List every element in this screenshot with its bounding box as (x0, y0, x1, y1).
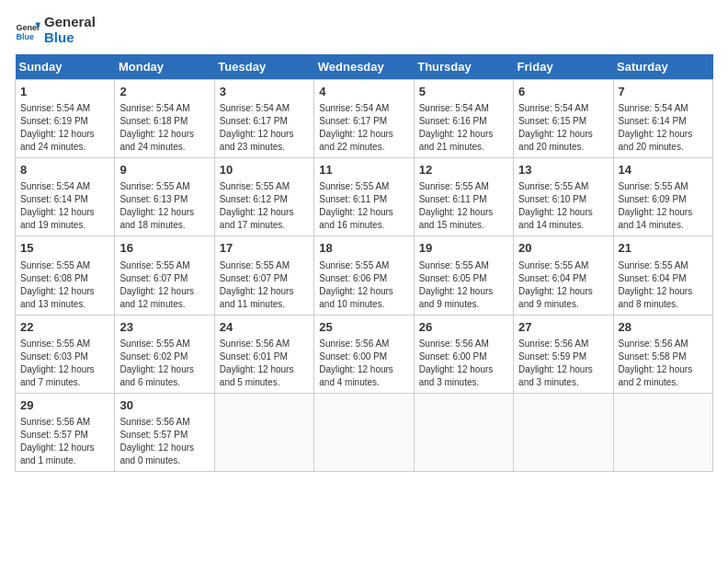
day-number: 23 (119, 319, 209, 336)
calendar-cell (414, 393, 513, 471)
calendar-cell: 11Sunrise: 5:55 AM Sunset: 6:11 PM Dayli… (314, 158, 414, 236)
calendar-cell: 15Sunrise: 5:55 AM Sunset: 6:08 PM Dayli… (16, 236, 115, 315)
day-info: Sunrise: 5:54 AM Sunset: 6:17 PM Dayligh… (220, 102, 309, 154)
day-number: 30 (119, 397, 209, 414)
day-info: Sunrise: 5:55 AM Sunset: 6:03 PM Dayligh… (20, 338, 109, 389)
calendar-cell (514, 393, 613, 471)
day-info: Sunrise: 5:54 AM Sunset: 6:15 PM Dayligh… (518, 102, 608, 154)
weekday-header-friday: Friday (514, 54, 613, 80)
page-header: General Blue General Blue (15, 15, 713, 45)
day-info: Sunrise: 5:55 AM Sunset: 6:04 PM Dayligh… (619, 259, 708, 311)
day-info: Sunrise: 5:54 AM Sunset: 6:18 PM Dayligh… (119, 102, 209, 154)
day-number: 22 (20, 319, 109, 336)
weekday-header-monday: Monday (115, 54, 214, 80)
day-number: 14 (619, 162, 708, 178)
calendar-cell: 21Sunrise: 5:55 AM Sunset: 6:04 PM Dayli… (613, 236, 712, 315)
calendar-cell: 17Sunrise: 5:55 AM Sunset: 6:07 PM Dayli… (214, 236, 313, 315)
svg-text:Blue: Blue (16, 31, 34, 40)
day-info: Sunrise: 5:54 AM Sunset: 6:17 PM Dayligh… (319, 102, 408, 154)
calendar-cell (314, 393, 414, 471)
day-number: 19 (419, 240, 508, 257)
day-number: 4 (319, 84, 408, 100)
calendar-cell: 6Sunrise: 5:54 AM Sunset: 6:15 PM Daylig… (514, 80, 613, 158)
day-info: Sunrise: 5:55 AM Sunset: 6:11 PM Dayligh… (419, 180, 508, 232)
weekday-header-sunday: Sunday (16, 54, 115, 80)
calendar-cell: 4Sunrise: 5:54 AM Sunset: 6:17 PM Daylig… (314, 80, 414, 158)
day-info: Sunrise: 5:55 AM Sunset: 6:09 PM Dayligh… (619, 180, 708, 232)
calendar-cell: 27Sunrise: 5:56 AM Sunset: 5:59 PM Dayli… (514, 315, 613, 393)
day-number: 29 (20, 397, 109, 414)
calendar-week-2: 8Sunrise: 5:54 AM Sunset: 6:14 PM Daylig… (16, 158, 713, 236)
weekday-header-thursday: Thursday (414, 54, 513, 80)
calendar-week-1: 1Sunrise: 5:54 AM Sunset: 6:19 PM Daylig… (16, 80, 713, 158)
day-info: Sunrise: 5:54 AM Sunset: 6:16 PM Dayligh… (419, 102, 508, 154)
day-info: Sunrise: 5:55 AM Sunset: 6:06 PM Dayligh… (319, 259, 408, 311)
calendar-cell: 10Sunrise: 5:55 AM Sunset: 6:12 PM Dayli… (214, 158, 313, 236)
calendar-cell: 9Sunrise: 5:55 AM Sunset: 6:13 PM Daylig… (115, 158, 214, 236)
day-number: 27 (518, 319, 608, 336)
calendar-cell: 3Sunrise: 5:54 AM Sunset: 6:17 PM Daylig… (214, 80, 313, 158)
day-number: 16 (119, 240, 209, 257)
day-info: Sunrise: 5:56 AM Sunset: 5:57 PM Dayligh… (20, 416, 109, 467)
day-number: 1 (20, 84, 109, 100)
day-info: Sunrise: 5:56 AM Sunset: 5:57 PM Dayligh… (119, 416, 209, 467)
logo-blue: Blue (44, 29, 74, 45)
day-number: 13 (518, 162, 608, 178)
calendar-cell: 13Sunrise: 5:55 AM Sunset: 6:10 PM Dayli… (514, 158, 613, 236)
day-info: Sunrise: 5:56 AM Sunset: 6:00 PM Dayligh… (419, 338, 508, 389)
day-number: 11 (319, 162, 408, 178)
calendar-cell: 29Sunrise: 5:56 AM Sunset: 5:57 PM Dayli… (16, 393, 115, 471)
calendar-cell: 22Sunrise: 5:55 AM Sunset: 6:03 PM Dayli… (16, 315, 115, 393)
day-number: 17 (220, 240, 309, 257)
day-info: Sunrise: 5:56 AM Sunset: 6:00 PM Dayligh… (319, 338, 408, 389)
day-info: Sunrise: 5:55 AM Sunset: 6:05 PM Dayligh… (419, 259, 508, 311)
day-info: Sunrise: 5:55 AM Sunset: 6:10 PM Dayligh… (518, 180, 608, 232)
day-info: Sunrise: 5:55 AM Sunset: 6:08 PM Dayligh… (20, 259, 109, 311)
calendar-cell: 12Sunrise: 5:55 AM Sunset: 6:11 PM Dayli… (414, 158, 513, 236)
calendar-cell: 8Sunrise: 5:54 AM Sunset: 6:14 PM Daylig… (16, 158, 115, 236)
weekday-header-wednesday: Wednesday (314, 54, 414, 80)
calendar-cell: 25Sunrise: 5:56 AM Sunset: 6:00 PM Dayli… (314, 315, 414, 393)
day-info: Sunrise: 5:55 AM Sunset: 6:02 PM Dayligh… (119, 338, 209, 389)
calendar-cell: 26Sunrise: 5:56 AM Sunset: 6:00 PM Dayli… (414, 315, 513, 393)
calendar-cell: 5Sunrise: 5:54 AM Sunset: 6:16 PM Daylig… (414, 80, 513, 158)
calendar-cell: 7Sunrise: 5:54 AM Sunset: 6:14 PM Daylig… (613, 80, 712, 158)
day-info: Sunrise: 5:56 AM Sunset: 5:59 PM Dayligh… (518, 338, 608, 389)
day-info: Sunrise: 5:56 AM Sunset: 6:01 PM Dayligh… (220, 338, 309, 389)
day-info: Sunrise: 5:55 AM Sunset: 6:12 PM Dayligh… (220, 180, 309, 232)
calendar-cell: 1Sunrise: 5:54 AM Sunset: 6:19 PM Daylig… (16, 80, 115, 158)
weekday-header-saturday: Saturday (613, 54, 712, 80)
day-number: 24 (220, 319, 309, 336)
calendar-cell: 14Sunrise: 5:55 AM Sunset: 6:09 PM Dayli… (613, 158, 712, 236)
day-number: 7 (619, 84, 708, 100)
day-info: Sunrise: 5:56 AM Sunset: 5:58 PM Dayligh… (619, 338, 708, 389)
day-number: 3 (220, 84, 309, 100)
day-number: 21 (619, 240, 708, 257)
day-number: 8 (20, 162, 109, 178)
day-info: Sunrise: 5:54 AM Sunset: 6:19 PM Dayligh… (20, 102, 109, 154)
logo: General Blue General Blue (15, 15, 96, 45)
day-number: 9 (119, 162, 209, 178)
calendar-cell: 2Sunrise: 5:54 AM Sunset: 6:18 PM Daylig… (115, 80, 214, 158)
weekday-header-tuesday: Tuesday (214, 54, 313, 80)
calendar-cell: 28Sunrise: 5:56 AM Sunset: 5:58 PM Dayli… (613, 315, 712, 393)
day-info: Sunrise: 5:55 AM Sunset: 6:04 PM Dayligh… (518, 259, 608, 311)
day-info: Sunrise: 5:54 AM Sunset: 6:14 PM Dayligh… (20, 180, 109, 232)
calendar-week-5: 29Sunrise: 5:56 AM Sunset: 5:57 PM Dayli… (16, 393, 713, 471)
day-info: Sunrise: 5:55 AM Sunset: 6:11 PM Dayligh… (319, 180, 408, 232)
day-number: 6 (518, 84, 608, 100)
day-number: 26 (419, 319, 508, 336)
calendar-week-3: 15Sunrise: 5:55 AM Sunset: 6:08 PM Dayli… (16, 236, 713, 315)
calendar-week-4: 22Sunrise: 5:55 AM Sunset: 6:03 PM Dayli… (16, 315, 713, 393)
day-number: 25 (319, 319, 408, 336)
day-info: Sunrise: 5:55 AM Sunset: 6:07 PM Dayligh… (119, 259, 209, 311)
day-number: 12 (419, 162, 508, 178)
day-number: 2 (119, 84, 209, 100)
day-number: 15 (20, 240, 109, 257)
day-number: 20 (518, 240, 608, 257)
logo-icon: General Blue (15, 17, 40, 43)
calendar-cell (613, 393, 712, 471)
day-number: 10 (220, 162, 309, 178)
calendar-cell: 18Sunrise: 5:55 AM Sunset: 6:06 PM Dayli… (314, 236, 414, 315)
weekday-header-row: SundayMondayTuesdayWednesdayThursdayFrid… (16, 54, 713, 80)
